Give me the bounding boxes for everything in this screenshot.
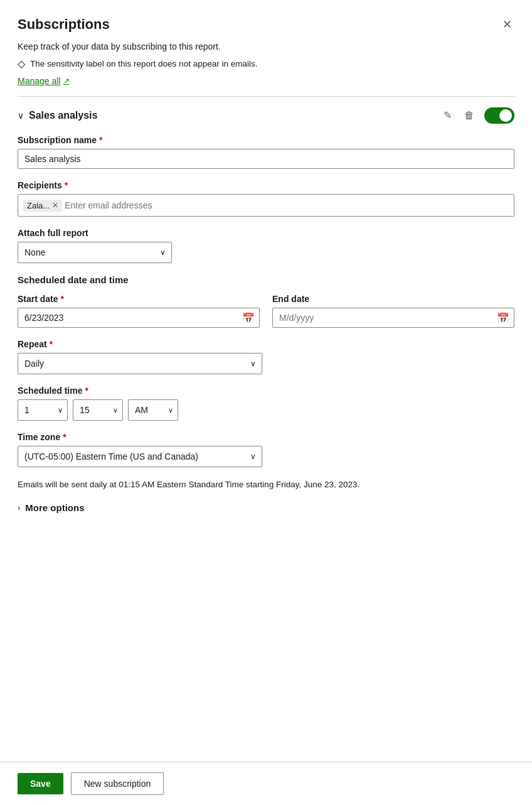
end-date-field: End date 📅 — [272, 294, 514, 328]
new-subscription-button[interactable]: New subscription — [71, 772, 164, 795]
tag-icon: ◇ — [18, 58, 25, 70]
schedule-summary: Emails will be sent daily at 01:15 AM Ea… — [18, 478, 469, 491]
pencil-icon: ✎ — [444, 109, 452, 121]
enable-toggle[interactable] — [484, 107, 514, 124]
minute-wrapper: 00 15 30 45 ∨ — [73, 399, 123, 421]
recipients-label: Recipients * — [18, 180, 514, 190]
scheduled-time-field: Scheduled time * 1 2 3 4 5 6 7 8 — [18, 386, 514, 421]
scheduled-section-title: Scheduled date and time — [18, 274, 514, 285]
attach-report-field: Attach full report None PDF PowerPoint ∨ — [18, 228, 514, 263]
required-indicator-repeat: * — [50, 339, 53, 349]
trash-icon: 🗑 — [464, 110, 474, 121]
save-button[interactable]: Save — [18, 773, 63, 794]
recipients-container[interactable]: Zala... ✕ — [18, 194, 514, 217]
date-row: Start date * 📅 End date 📅 — [18, 294, 514, 328]
close-icon: ✕ — [503, 18, 512, 31]
bottom-bar: Save New subscription — [0, 762, 532, 805]
sensitivity-row: ◇ The sensitivity label on this report d… — [18, 58, 514, 70]
close-button[interactable]: ✕ — [500, 15, 514, 34]
panel-title: Subscriptions — [18, 16, 110, 33]
timezone-field: Time zone * (UTC-05:00) Eastern Time (US… — [18, 432, 514, 467]
section-actions: ✎ 🗑 — [441, 107, 514, 124]
recipient-tag: Zala... ✕ — [23, 200, 62, 212]
edit-button[interactable]: ✎ — [441, 107, 454, 124]
required-indicator: * — [99, 135, 102, 145]
start-date-label: Start date * — [18, 294, 260, 304]
more-options-label: More options — [25, 502, 84, 513]
sensitivity-message: The sensitivity label on this report doe… — [30, 59, 257, 68]
more-options-row[interactable]: › More options — [18, 502, 514, 513]
remove-recipient-button[interactable]: ✕ — [52, 201, 58, 210]
attach-report-label: Attach full report — [18, 228, 514, 238]
scheduled-section: Scheduled date and time Start date * 📅 E… — [18, 274, 514, 513]
subscriptions-panel: Subscriptions ✕ Keep track of your data … — [0, 0, 532, 805]
external-link-icon: ↗ — [63, 77, 70, 85]
manage-all-link[interactable]: Manage all ↗ — [18, 76, 70, 86]
repeat-select[interactable]: Daily Weekly Monthly Hourly — [18, 353, 262, 374]
required-indicator-tz: * — [63, 432, 66, 442]
end-date-label: End date — [272, 294, 514, 304]
time-row: 1 2 3 4 5 6 7 8 9 10 11 12 — [18, 399, 514, 421]
end-date-wrapper: 📅 — [272, 308, 514, 328]
start-date-wrapper: 📅 — [18, 308, 260, 328]
required-indicator-start: * — [61, 294, 64, 304]
scheduled-time-label: Scheduled time * — [18, 386, 514, 396]
collapse-chevron-icon[interactable]: ∨ — [18, 111, 24, 121]
subscription-name-input[interactable] — [18, 149, 514, 169]
end-date-input[interactable] — [272, 308, 514, 328]
subscription-name-field: Subscription name * — [18, 135, 514, 169]
repeat-label: Repeat * — [18, 339, 514, 349]
delete-button[interactable]: 🗑 — [462, 107, 477, 124]
panel-header: Subscriptions ✕ — [18, 15, 514, 34]
required-indicator-recipients: * — [65, 180, 68, 190]
section-name: Sales analysis — [29, 110, 97, 121]
timezone-select[interactable]: (UTC-05:00) Eastern Time (US and Canada)… — [18, 446, 262, 467]
subscription-section: ∨ Sales analysis ✎ 🗑 Subscription name — [18, 107, 514, 513]
toggle-slider — [484, 107, 514, 124]
recipients-input[interactable] — [65, 200, 509, 210]
subscription-name-label: Subscription name * — [18, 135, 514, 145]
more-options-chevron-icon: › — [18, 503, 20, 512]
hour-wrapper: 1 2 3 4 5 6 7 8 9 10 11 12 — [18, 399, 68, 421]
start-date-field: Start date * 📅 — [18, 294, 260, 328]
repeat-dropdown-wrapper: Daily Weekly Monthly Hourly ∨ — [18, 353, 262, 374]
required-indicator-time: * — [85, 386, 88, 396]
section-title-row: ∨ Sales analysis — [18, 110, 97, 121]
attach-report-dropdown-wrapper: None PDF PowerPoint ∨ — [18, 242, 172, 263]
manage-all-label: Manage all — [18, 76, 61, 86]
section-divider — [18, 96, 514, 97]
bottom-spacer — [18, 524, 514, 575]
section-header: ∨ Sales analysis ✎ 🗑 — [18, 107, 514, 124]
minute-select[interactable]: 00 15 30 45 — [73, 399, 123, 421]
timezone-dropdown-wrapper: (UTC-05:00) Eastern Time (US and Canada)… — [18, 446, 262, 467]
ampm-wrapper: AM PM ∨ — [128, 399, 178, 421]
start-date-input[interactable] — [18, 308, 260, 328]
attach-report-select[interactable]: None PDF PowerPoint — [18, 242, 172, 263]
ampm-select[interactable]: AM PM — [128, 399, 178, 421]
timezone-label: Time zone * — [18, 432, 514, 442]
recipients-field: Recipients * Zala... ✕ — [18, 180, 514, 217]
repeat-field: Repeat * Daily Weekly Monthly Hourly ∨ — [18, 339, 514, 374]
hour-select[interactable]: 1 2 3 4 5 6 7 8 9 10 11 12 — [18, 399, 68, 421]
panel-subtitle: Keep track of your data by subscribing t… — [18, 41, 514, 51]
